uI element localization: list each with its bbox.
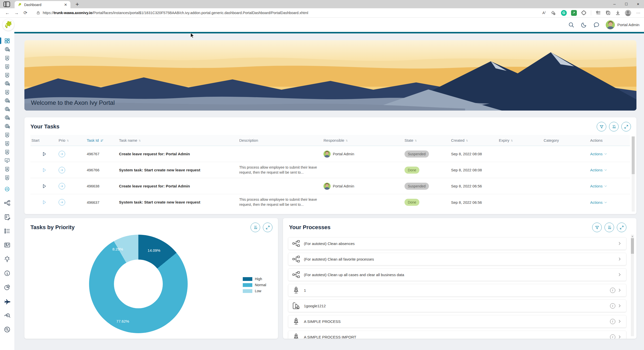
actions-dropdown[interactable]: Actions	[590, 200, 607, 205]
info-icon[interactable]: i	[610, 319, 615, 324]
address-bar[interactable]: https://trunk-wawa.axonivy.io/Portal/fac…	[33, 9, 559, 17]
process-item[interactable]: 1 i	[288, 284, 626, 296]
refresh-button[interactable]: ⟳	[22, 9, 29, 17]
sidebar-item-user-card-icon[interactable]	[0, 173, 14, 182]
sidebar-item-user-card-icon[interactable]	[0, 147, 14, 156]
task-name[interactable]: System task: Start create new leave requ…	[118, 200, 238, 205]
sidebar-item-dashboard-grid-icon[interactable]	[0, 36, 14, 45]
process-item[interactable]: A SIMPLE PROCESS i	[288, 315, 626, 328]
chevron-right-icon[interactable]	[618, 335, 622, 339]
expand-button[interactable]	[621, 122, 631, 131]
start-task-icon[interactable]	[42, 183, 47, 189]
actions-dropdown[interactable]: Actions	[590, 168, 607, 172]
actions-dropdown[interactable]: Actions	[590, 184, 607, 188]
sidebar-item-process-globe-icon[interactable]	[0, 79, 14, 88]
task-name[interactable]: Create leave request for: Portal Admin	[118, 184, 238, 188]
tasks-scrollbar[interactable]	[632, 136, 635, 212]
task-row[interactable]: 496638 Create leave request for: Portal …	[30, 178, 630, 194]
sidebar-item-user-card-icon[interactable]	[0, 71, 14, 79]
new-tab-button[interactable]: +	[75, 1, 79, 8]
browser-tab[interactable]: Dashboard ✕	[15, 1, 70, 8]
sidebar-item-user-card-icon[interactable]	[0, 54, 14, 62]
chevron-right-icon[interactable]	[618, 304, 622, 308]
column-header-expiry[interactable]: Expiry↑↓	[498, 138, 543, 142]
browser-profile-avatar[interactable]	[625, 10, 631, 16]
sidebar-item-lightbulb-icon[interactable]	[0, 252, 14, 266]
close-tab-icon[interactable]: ✕	[63, 3, 68, 7]
sidebar-item-monitor-chart-icon[interactable]	[0, 156, 14, 165]
grammarly-extension-icon[interactable]: G	[561, 10, 567, 16]
workspaces-icon[interactable]	[4, 2, 10, 7]
collections-icon[interactable]	[605, 10, 611, 16]
sidebar-item-bullet-list-icon[interactable]	[0, 224, 14, 238]
sidebar-item-user-card-icon[interactable]	[0, 130, 14, 139]
forward-button[interactable]: →	[13, 9, 20, 17]
sidebar-item-clock-chart-icon[interactable]	[0, 185, 14, 193]
info-icon[interactable]: i	[610, 334, 615, 339]
back-button[interactable]: ←	[4, 9, 11, 17]
filter-button[interactable]	[597, 122, 606, 131]
task-name[interactable]: System task: Start create new leave requ…	[118, 168, 238, 172]
favorites-add-icon[interactable]	[550, 10, 555, 15]
column-header-state[interactable]: State↑↓	[404, 138, 450, 142]
browser-menu-icon[interactable]: ∙∙∙	[636, 11, 640, 15]
downloads-icon[interactable]	[615, 10, 621, 16]
maximize-button[interactable]: ☐	[620, 0, 632, 8]
process-item[interactable]: 1google1212 i	[288, 299, 626, 312]
filter-button[interactable]	[592, 223, 602, 232]
task-row[interactable]: 496767 Create leave request for: Portal …	[30, 146, 630, 162]
process-item[interactable]: A SIMPLE PROCESS IMPORT i	[288, 331, 626, 339]
sidebar-item-info-circle-icon[interactable]	[0, 266, 14, 280]
sidebar-item-user-card-icon[interactable]	[0, 139, 14, 147]
column-header-task-name[interactable]: Task name↑↓	[118, 138, 238, 142]
process-item[interactable]: (For autotest) Clean absences	[288, 237, 626, 250]
start-task-icon[interactable]	[42, 151, 47, 157]
sidebar-item-user-card-icon[interactable]	[0, 62, 14, 71]
sidebar-item-process-globe-icon[interactable]	[0, 105, 14, 113]
minimize-button[interactable]: ─	[609, 0, 620, 8]
column-header-prio[interactable]: Prio↑↓	[58, 138, 86, 142]
favorites-bar-icon[interactable]	[595, 10, 601, 16]
process-item[interactable]: (For autotest) Clean all favorite proces…	[288, 253, 626, 265]
search-icon[interactable]	[568, 22, 575, 28]
sidebar-item-process-globe-icon[interactable]	[0, 45, 14, 54]
sidebar-item-image-chart-icon[interactable]	[0, 238, 14, 252]
chevron-right-icon[interactable]	[618, 257, 622, 261]
chevron-right-icon[interactable]	[618, 319, 622, 323]
user-menu[interactable]: Portal Admin	[606, 20, 639, 29]
sidebar-item-task-edit-icon[interactable]	[0, 210, 14, 224]
read-aloud-icon[interactable]: A⁾	[542, 11, 546, 15]
chart-view-button[interactable]	[609, 122, 619, 131]
close-window-button[interactable]: ✕	[632, 0, 644, 8]
process-item[interactable]: (For autotest) Clean up all cases and cl…	[288, 268, 626, 281]
sidebar-item-process-globe-icon[interactable]	[0, 122, 14, 130]
column-header-responsible[interactable]: Responsible↑↓	[323, 138, 404, 142]
chart-view-button[interactable]	[251, 223, 260, 232]
chat-icon[interactable]	[593, 22, 600, 28]
chevron-right-icon[interactable]	[618, 273, 622, 277]
sidebar-item-chart-search-icon[interactable]	[0, 308, 14, 322]
task-row[interactable]: 496637 System task: Start create new lea…	[30, 194, 630, 210]
sidebar-item-flowchart-icon[interactable]	[0, 196, 14, 210]
chart-view-button[interactable]	[605, 223, 614, 232]
column-header-task-id[interactable]: Task Id	[86, 138, 118, 142]
dark-mode-moon-icon[interactable]	[581, 22, 587, 28]
info-icon[interactable]: i	[610, 303, 615, 309]
sidebar-item-plane-icon[interactable]	[0, 294, 14, 308]
task-name[interactable]: Create leave request for: Portal Admin	[118, 152, 238, 156]
start-task-icon[interactable]	[42, 167, 47, 173]
actions-dropdown[interactable]: Actions	[590, 152, 607, 156]
priority-donut-chart[interactable]: 14.09% 77.62% 8.29%	[89, 235, 188, 333]
sidebar-item-user-card-icon[interactable]	[0, 88, 14, 96]
sidebar-item-process-globe-icon[interactable]	[0, 113, 14, 122]
processes-scrollbar[interactable]: ▲	[631, 235, 634, 336]
extensions-puzzle-icon[interactable]	[581, 10, 587, 16]
info-icon[interactable]: i	[610, 288, 615, 293]
expand-button[interactable]	[263, 223, 272, 232]
column-header-created[interactable]: Created↑↓	[450, 138, 498, 142]
expand-button[interactable]	[617, 223, 626, 232]
sidebar-item-pie-chart-icon[interactable]	[0, 280, 14, 294]
start-task-icon[interactable]	[42, 199, 47, 205]
chevron-right-icon[interactable]	[618, 241, 622, 245]
chevron-right-icon[interactable]	[618, 288, 622, 292]
